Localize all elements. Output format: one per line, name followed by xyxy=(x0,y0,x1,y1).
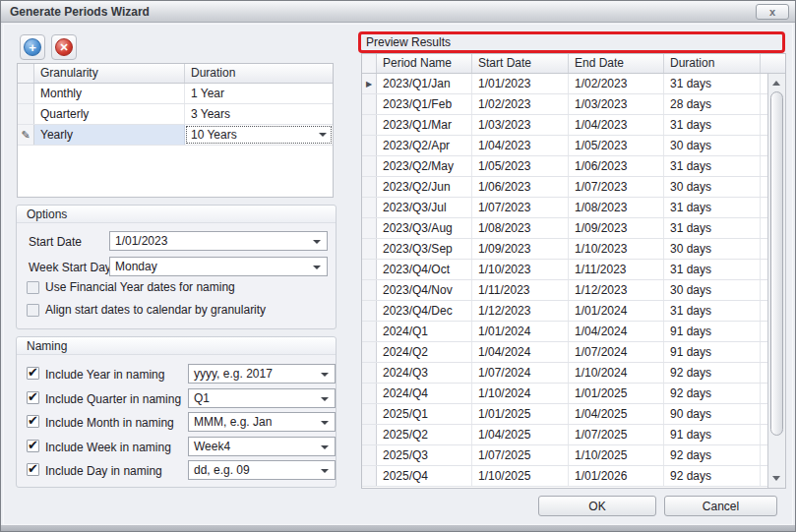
granularity-cell[interactable]: Monthly xyxy=(34,84,185,103)
granularity-cell[interactable]: Yearly xyxy=(34,125,185,145)
start-date-cell[interactable]: 1/04/2023 xyxy=(472,136,569,155)
naming-format-combo[interactable]: Week4 xyxy=(188,437,336,456)
include-checkbox[interactable] xyxy=(27,415,39,428)
duration-cell[interactable]: 10 Years xyxy=(185,125,333,145)
period-name-cell[interactable]: 2023/Q1/Feb xyxy=(377,94,472,114)
table-row[interactable]: 2023/Q3/Jul1/07/20231/08/202331 days xyxy=(362,198,767,218)
align-start-dates-checkbox[interactable] xyxy=(27,304,39,317)
start-date-cell[interactable]: 1/02/2023 xyxy=(472,94,569,114)
duration-cell[interactable]: 30 days xyxy=(664,136,761,155)
include-checkbox[interactable] xyxy=(27,463,39,476)
include-checkbox[interactable] xyxy=(27,440,39,452)
end-date-cell[interactable]: 1/04/2025 xyxy=(569,404,664,424)
table-row[interactable]: ▶2023/Q1/Jan1/01/20231/02/202331 days xyxy=(362,74,767,94)
end-date-cell[interactable]: 1/08/2023 xyxy=(569,198,664,217)
period-name-cell[interactable]: 2023/Q4/Oct xyxy=(377,260,472,279)
align-start-dates-checkbox-row[interactable]: Align start dates to calendar by granula… xyxy=(27,303,266,317)
financial-year-checkbox[interactable] xyxy=(27,281,39,294)
table-row[interactable]: 2023/Q2/Apr1/04/20231/05/202330 days xyxy=(362,136,767,156)
table-row[interactable]: 2025/Q31/07/20251/10/202592 days xyxy=(362,445,767,466)
period-name-cell[interactable]: 2024/Q3 xyxy=(377,363,472,383)
table-row[interactable]: 2023/Q4/Oct1/10/20231/11/202331 days xyxy=(362,260,767,280)
start-date-cell[interactable]: 1/08/2023 xyxy=(472,218,569,238)
period-name-column-header[interactable]: Period Name xyxy=(377,54,472,73)
end-date-cell[interactable]: 1/01/2025 xyxy=(569,384,664,403)
start-date-cell[interactable]: 1/10/2025 xyxy=(472,466,569,486)
naming-format-combo[interactable]: dd, e.g. 09 xyxy=(188,460,336,480)
table-row[interactable]: 2024/Q21/04/20241/07/202491 days xyxy=(362,342,767,363)
start-date-cell[interactable]: 1/03/2023 xyxy=(472,115,569,135)
start-date-cell[interactable]: 1/06/2023 xyxy=(472,177,569,197)
vertical-scrollbar[interactable] xyxy=(767,74,785,488)
end-date-cell[interactable]: 1/10/2024 xyxy=(569,363,664,383)
table-row[interactable]: 2023/Q3/Sep1/09/20231/10/202330 days xyxy=(362,239,767,260)
end-date-cell[interactable]: 1/12/2023 xyxy=(569,280,664,300)
duration-cell[interactable]: 31 days xyxy=(664,301,761,321)
duration-cell[interactable]: 92 days xyxy=(664,466,761,486)
period-name-cell[interactable]: 2024/Q1 xyxy=(377,322,472,341)
include-checkbox[interactable] xyxy=(27,367,39,380)
start-date-cell[interactable]: 1/01/2024 xyxy=(472,322,569,341)
granularity-cell[interactable]: Quarterly xyxy=(34,104,185,124)
duration-cell[interactable]: 30 days xyxy=(664,177,761,197)
period-name-cell[interactable]: 2025/Q1 xyxy=(377,404,472,424)
naming-format-combo[interactable]: Q1 xyxy=(188,388,336,408)
start-date-cell[interactable]: 1/01/2023 xyxy=(472,74,569,93)
table-row[interactable]: 2023/Q2/Jun1/06/20231/07/202330 days xyxy=(362,177,767,198)
table-row[interactable]: 2023/Q1/Feb1/02/20231/03/202328 days xyxy=(362,94,767,115)
period-name-cell[interactable]: 2023/Q4/Dec xyxy=(377,301,472,321)
start-date-combo[interactable]: 1/01/2023 xyxy=(109,231,328,251)
duration-cell[interactable]: 30 days xyxy=(664,280,761,300)
period-name-cell[interactable]: 2023/Q1/Mar xyxy=(377,115,472,135)
duration-cell[interactable]: 31 days xyxy=(664,218,761,238)
week-start-day-combo[interactable]: Monday xyxy=(109,257,328,276)
period-name-cell[interactable]: 2023/Q3/Sep xyxy=(377,239,472,259)
table-row[interactable]: 2023/Q2/May1/05/20231/06/202331 days xyxy=(362,156,767,177)
period-name-cell[interactable]: 2023/Q2/Apr xyxy=(377,136,472,155)
table-row[interactable]: 2025/Q11/01/20251/04/202590 days xyxy=(362,404,767,425)
start-date-cell[interactable]: 1/07/2023 xyxy=(472,198,569,217)
granularity-row[interactable]: ✎Yearly10 Years xyxy=(18,125,333,146)
naming-format-combo[interactable]: yyyy, e.g. 2017 xyxy=(188,364,336,384)
start-date-cell[interactable]: 1/10/2024 xyxy=(472,384,569,403)
include-checkbox[interactable] xyxy=(27,391,39,404)
duration-cell[interactable]: 91 days xyxy=(664,322,761,341)
period-name-cell[interactable]: 2025/Q4 xyxy=(377,466,472,486)
table-row[interactable]: 2023/Q4/Nov1/11/20231/12/202330 days xyxy=(362,280,767,301)
end-date-cell[interactable]: 1/10/2023 xyxy=(569,239,664,259)
period-name-cell[interactable]: 2023/Q2/May xyxy=(377,156,472,176)
duration-cell[interactable]: 92 days xyxy=(664,363,761,383)
table-row[interactable]: 2024/Q41/10/20241/01/202592 days xyxy=(362,384,767,404)
table-row[interactable]: 2024/Q11/01/20241/04/202491 days xyxy=(362,322,767,342)
end-date-cell[interactable]: 1/04/2023 xyxy=(569,115,664,135)
granularity-column-header[interactable]: Granularity xyxy=(34,64,185,83)
duration-cell[interactable]: 28 days xyxy=(664,94,761,114)
delete-period-button[interactable]: ✕ xyxy=(51,34,77,60)
period-name-cell[interactable]: 2024/Q2 xyxy=(377,342,472,362)
naming-format-combo[interactable]: MMM, e.g. Jan xyxy=(188,412,336,432)
duration-cell[interactable]: 90 days xyxy=(664,404,761,424)
start-date-cell[interactable]: 1/09/2023 xyxy=(472,239,569,259)
start-date-cell[interactable]: 1/10/2023 xyxy=(472,260,569,279)
start-date-cell[interactable]: 1/07/2025 xyxy=(472,445,569,465)
end-date-cell[interactable]: 1/03/2023 xyxy=(569,94,664,114)
granularity-row[interactable]: Quarterly3 Years xyxy=(18,104,333,125)
start-date-cell[interactable]: 1/12/2023 xyxy=(472,301,569,321)
end-date-cell[interactable]: 1/06/2023 xyxy=(569,156,664,176)
period-name-cell[interactable]: 2023/Q3/Jul xyxy=(377,198,472,217)
period-name-cell[interactable]: 2025/Q2 xyxy=(377,425,472,444)
duration-cell[interactable]: 1 Year xyxy=(185,84,333,103)
title-bar[interactable]: Generate Periods Wizard x xyxy=(1,1,795,23)
period-name-cell[interactable]: 2023/Q3/Aug xyxy=(377,218,472,238)
scroll-up-icon[interactable] xyxy=(772,81,780,86)
duration-column-header[interactable]: Duration xyxy=(185,64,333,83)
start-date-cell[interactable]: 1/07/2024 xyxy=(472,363,569,383)
end-date-cell[interactable]: 1/01/2024 xyxy=(569,301,664,321)
scroll-down-icon[interactable] xyxy=(772,476,780,481)
duration-cell[interactable]: 30 days xyxy=(664,239,761,259)
end-date-cell[interactable]: 1/07/2024 xyxy=(569,342,664,362)
duration-cell[interactable]: 31 days xyxy=(664,260,761,279)
start-date-column-header[interactable]: Start Date xyxy=(472,54,569,73)
duration-cell[interactable]: 91 days xyxy=(664,342,761,362)
start-date-cell[interactable]: 1/01/2025 xyxy=(472,404,569,424)
